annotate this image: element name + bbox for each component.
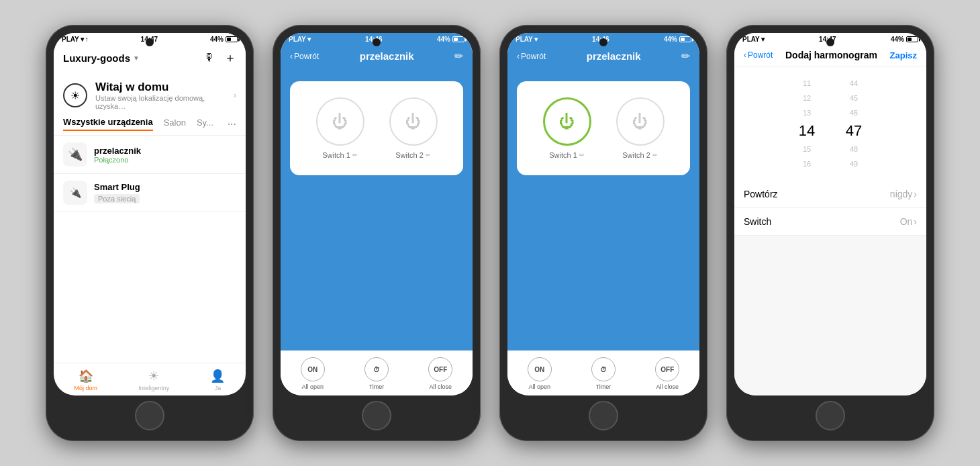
device-item-2[interactable]: 🔌 Smart Plug Poza siecią <box>54 174 246 212</box>
device-info-1: przelacznik Połączono <box>94 146 141 164</box>
timer-btn-2[interactable]: ⏱ Timer <box>364 357 389 390</box>
phone-notch-2 <box>373 38 381 46</box>
min-val-47-selected: 47 <box>846 120 862 142</box>
switch-circle-2-2[interactable]: ⏻ <box>389 97 438 146</box>
battery-icon <box>226 36 238 42</box>
battery-label-3: 44% <box>664 36 677 43</box>
status-right-4: 44% <box>891 36 918 43</box>
tab-salon[interactable]: Salon <box>164 118 186 130</box>
switch-btn-2-2[interactable]: ⏻ Switch 2 ✏ <box>389 97 438 159</box>
back-button-4[interactable]: ‹ Powrót <box>744 50 773 60</box>
switch-label-4: Switch <box>744 216 771 227</box>
min-val-48: 48 <box>850 142 858 156</box>
tab-all-devices[interactable]: Wszystkie urządzenia <box>63 117 153 131</box>
status-right-2: 44% <box>437 36 464 43</box>
chevron-down-icon: ▼ <box>133 54 140 62</box>
switch-btn-1-3[interactable]: ⏻ Switch 1 ✏ <box>543 97 591 159</box>
add-icon[interactable]: ＋ <box>224 50 236 66</box>
header-icons: 🎙 ＋ <box>204 50 236 66</box>
home-label[interactable]: Luxury-goods ▼ <box>63 52 140 64</box>
hour-val-11: 11 <box>803 76 811 91</box>
battery-label-2: 44% <box>437 36 450 43</box>
min-val-46: 46 <box>850 105 858 120</box>
phone-3: PLAY ▾ 14:46 44% ‹ Powrót przelacznik ✏ <box>499 25 707 441</box>
hour-picker[interactable]: 11 12 13 14 15 16 <box>783 76 830 171</box>
save-button-4[interactable]: Zapisz <box>890 50 917 60</box>
switch-1-text-3: Switch 1 <box>549 151 577 159</box>
device-name-2: Smart Plug <box>94 182 140 192</box>
edit-icon-2[interactable]: ✏ <box>454 50 463 62</box>
switch-label-2-3: Switch 2 ✏ <box>622 151 658 159</box>
minute-picker[interactable]: 44 45 46 47 48 49 <box>830 76 877 171</box>
switch-label-1-3: Switch 1 ✏ <box>549 151 585 159</box>
off-icon-2: OFF <box>428 357 452 381</box>
sun-icon: ☀ <box>63 83 87 107</box>
home-button-4[interactable] <box>816 401 845 430</box>
phone-screen-1: PLAY ▾ ↑ 14:47 44% Luxury-goods ▼ 🎙 ＋ <box>54 33 246 395</box>
switch-1-edit-3[interactable]: ✏ <box>579 152 585 158</box>
status-right: 44% <box>210 36 238 43</box>
chevron-right-icon[interactable]: › <box>234 91 236 100</box>
all-open-btn-2[interactable]: ON All open <box>301 357 325 390</box>
switch-circle-2-3[interactable]: ⏻ <box>616 97 665 146</box>
repeat-label: Powtórz <box>744 189 778 199</box>
smart-nav-icon: ☀ <box>148 369 159 383</box>
back-button-3[interactable]: ‹ Powrót <box>517 52 546 61</box>
switch-circle-1-2[interactable]: ⏻ <box>316 97 364 146</box>
nav-me[interactable]: 👤 Ja <box>210 369 225 391</box>
all-open-label-2: All open <box>301 383 324 390</box>
device-status-2: Poza siecią <box>94 194 140 203</box>
home-nav-icon: 🏠 <box>79 369 93 383</box>
all-close-btn-2[interactable]: OFF All close <box>428 357 452 390</box>
hour-val-14-selected: 14 <box>799 120 815 142</box>
all-close-btn-3[interactable]: OFF All close <box>655 357 679 390</box>
hour-val-16: 16 <box>803 156 811 171</box>
device-item-1[interactable]: 🔌 przelacznik Połączono <box>54 136 246 174</box>
back-label-2: Powrót <box>294 52 319 61</box>
switch-main-2: ⏻ Switch 1 ✏ ⏻ Switch 2 ✏ <box>281 68 473 351</box>
all-close-label-3: All close <box>656 383 679 390</box>
more-dots[interactable]: ··· <box>228 118 236 130</box>
wifi-icon-2: ▾ <box>307 36 311 43</box>
status-right-3: 44% <box>664 36 691 43</box>
switch-btn-1-2[interactable]: ⏻ Switch 1 ✏ <box>316 97 364 159</box>
home-button-1[interactable] <box>135 401 164 430</box>
switch-chevron: › <box>914 216 917 227</box>
switch-2-edit-3[interactable]: ✏ <box>652 152 658 158</box>
home-button-2[interactable] <box>362 401 391 430</box>
battery-icon-4 <box>906 36 918 42</box>
switch-1-edit[interactable]: ✏ <box>352 152 358 158</box>
nav-home[interactable]: 🏠 Mój dom <box>75 369 98 391</box>
gray-background <box>734 236 926 395</box>
repeat-row[interactable]: Powtórz nigdy › <box>734 181 926 208</box>
welcome-subtitle: Ustaw swoją lokalizację domową, uzyska… <box>95 94 226 110</box>
mic-icon[interactable]: 🎙 <box>204 52 215 64</box>
home-button-3[interactable] <box>589 401 618 430</box>
timer-btn-3[interactable]: ⏱ Timer <box>591 357 616 390</box>
nav-me-label: Ja <box>215 385 222 391</box>
battery-fill-2 <box>454 38 458 41</box>
switch-2-text: Switch 2 <box>395 151 424 159</box>
min-val-49: 49 <box>850 156 858 171</box>
nav-smart[interactable]: ☀ Inteligentny <box>138 369 169 391</box>
back-button-2[interactable]: ‹ Powrót <box>290 52 319 61</box>
switch-btn-2-3[interactable]: ⏻ Switch 2 ✏ <box>616 97 665 159</box>
all-open-btn-3[interactable]: ON All open <box>528 357 552 390</box>
wifi-icon-3: ▾ <box>534 36 538 43</box>
all-close-label-2: All close <box>430 383 452 390</box>
timer-label-3: Timer <box>596 383 611 390</box>
wifi-icon: ▾ <box>81 36 84 43</box>
nav-home-label: Mój dom <box>75 385 98 391</box>
tab-sy[interactable]: Sy... <box>197 118 213 130</box>
wifi-icon-4: ▾ <box>761 36 765 43</box>
switch-row[interactable]: Switch On › <box>734 208 926 236</box>
battery-label-4: 44% <box>891 36 904 43</box>
switch-label-1-2: Switch 1 ✏ <box>322 151 358 159</box>
battery-label: 44% <box>210 36 224 43</box>
switch-circle-1-3[interactable]: ⏻ <box>543 97 591 146</box>
edit-icon-3[interactable]: ✏ <box>681 50 690 62</box>
time-picker[interactable]: 11 12 13 14 15 16 44 45 46 47 48 49 <box>734 66 926 181</box>
device-status-1: Połączono <box>94 156 141 164</box>
switch-2-edit[interactable]: ✏ <box>426 152 431 158</box>
switch-header-2: ‹ Powrót przelacznik ✏ <box>281 44 473 68</box>
